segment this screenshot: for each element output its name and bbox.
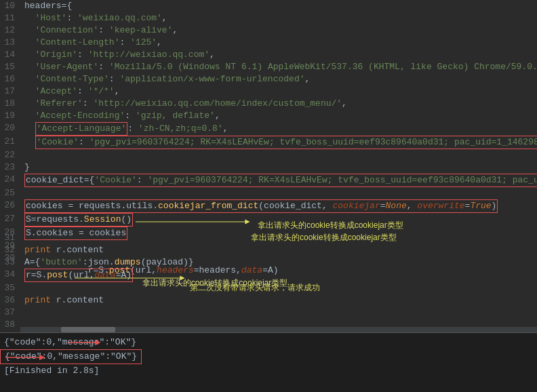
code-cell: 'Accept-Encoding': 'gzip, deflate', (20, 110, 537, 122)
table-row: 25 (0, 187, 537, 199)
line-number: 34 (0, 269, 20, 282)
table-row: 19 'Accept-Encoding': 'gzip, deflate', (0, 110, 537, 122)
table-row: 31 (0, 232, 537, 244)
line-number: 31 (0, 232, 20, 244)
table-row: 21 'Cookie': 'pgv_pvi=9603764224; RK=X4s… (0, 136, 537, 149)
line-number: 13 (0, 37, 20, 49)
scrollbar-thumb[interactable] (61, 327, 115, 332)
line-number: 35 (0, 282, 20, 294)
table-row: 26 cookies = requests.utils.cookiejar_fr… (0, 199, 537, 213)
annotation1-label: 拿出请求头的cookie转换成cookiejar类型 (258, 220, 403, 231)
table-row: 18 'Referer': 'http://weixiao.qq.com/hom… (0, 98, 537, 110)
annotation1-arrow-svg (136, 214, 251, 229)
line-number: 25 (0, 187, 20, 199)
code-cell: 'Cookie': 'pgv_pvi=9603764224; RK=X4sLEA… (20, 136, 537, 149)
line-number: 38 (0, 319, 20, 331)
line-number: 36 (0, 294, 20, 307)
line-number: 18 (0, 98, 20, 110)
line-number: 26 (0, 199, 20, 213)
code-cell: cookie_dict={'Cookie': 'pgv_pvi=96037642… (20, 174, 537, 187)
table-row: 36 print r.content (0, 294, 537, 307)
code-cell: } (20, 161, 537, 174)
line-number: 15 (0, 61, 20, 73)
output-line-3: [Finished in 2.8s] (0, 364, 537, 378)
table-row: 24 cookie_dict={'Cookie': 'pgv_pvi=96037… (0, 174, 537, 187)
table-row: 23 } (0, 161, 537, 174)
code-cell: 'Origin': 'http://weixiao.qq.com', (20, 49, 537, 61)
output-panel: {"code":0,"message":"OK"} {"code":0,"mes… (0, 332, 537, 392)
table-row: 22 (0, 149, 537, 161)
line-number: 19 (0, 110, 20, 122)
line-number: 21 (0, 136, 20, 149)
line-number: 22 (0, 149, 20, 161)
line-number: 12 (0, 24, 20, 37)
output-arrow-svg (68, 337, 102, 348)
table-row: 12 'Connection': 'keep-alive', (0, 24, 537, 37)
table-row: 13 'Content-Length': '125', (0, 37, 537, 49)
table-row: 33 A={'button':json.dumps(payload)} (0, 256, 537, 269)
table-row: 16 'Content-Type': 'application/x-www-fo… (0, 73, 537, 85)
code-cell: print r.content (20, 294, 537, 307)
line-number: 16 (0, 73, 20, 85)
line-number: 33 (0, 256, 20, 269)
code-cell: 'Content-Length': '125', (20, 37, 537, 49)
code-cell: print r.content (20, 244, 537, 256)
annotation2-arrow-svg (75, 269, 186, 288)
horizontal-scrollbar[interactable] (20, 327, 537, 332)
code-cell: 'Content-Type': 'application/x-www-form-… (20, 73, 537, 85)
code-cell: 'Accept-Language': 'zh-CN,zh;q=0.8', (20, 122, 537, 136)
table-row: 10 headers={ (0, 0, 537, 12)
code-cell: headers={ (20, 0, 537, 12)
table-row: 32 print r.content (0, 244, 537, 256)
table-row: 15 'User-Agent': 'Mozilla/5.0 (Windows N… (0, 61, 537, 73)
code-editor: 10 headers={ 11 'Host': 'weixiao.qq.com'… (0, 0, 537, 332)
code-cell (20, 187, 537, 199)
line-number: 23 (0, 161, 20, 174)
line-number: 20 (0, 122, 20, 136)
table-row: 20 'Accept-Language': 'zh-CN,zh;q=0.8', (0, 122, 537, 136)
line-number: 11 (0, 12, 20, 24)
line-number: 24 (0, 174, 20, 187)
line-number: 32 (0, 244, 20, 256)
line-number: 17 (0, 85, 20, 98)
line-number: 27 (0, 213, 20, 227)
code-cell: 'Host': 'weixiao.qq.com', (20, 12, 537, 24)
table-row: 11 'Host': 'weixiao.qq.com', (0, 12, 537, 24)
annotation2-label: 第二次没有带请求头请求，请求成功 (190, 282, 320, 294)
code-cell (20, 149, 537, 161)
line-number: 37 (0, 307, 20, 319)
code-cell: 'Connection': 'keep-alive', (20, 24, 537, 37)
table-row: 17 'Accept': '*/*', (0, 85, 537, 98)
code-cell: A={'button':json.dumps(payload)} (20, 256, 537, 269)
line-number: 14 (0, 49, 20, 61)
code-cell: 'Accept': '*/*', (20, 85, 537, 98)
code-cell: cookies = requests.utils.cookiejar_from_… (20, 199, 537, 213)
code-cell: 'Referer': 'http://weixiao.qq.com/home/i… (20, 98, 537, 110)
code-cell (20, 307, 537, 319)
line-number: 10 (0, 0, 20, 12)
table-row: 14 'Origin': 'http://weixiao.qq.com', (0, 49, 537, 61)
output-red-arrow (5, 351, 46, 364)
code-cell: 'User-Agent': 'Mozilla/5.0 (Windows NT 6… (20, 61, 537, 73)
table-row: 37 (0, 307, 537, 319)
code-cell (20, 232, 537, 244)
